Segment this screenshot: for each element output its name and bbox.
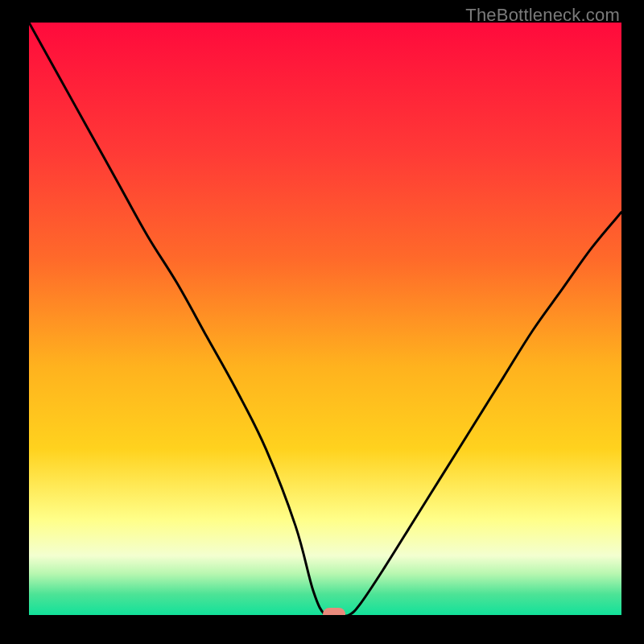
chart-frame: TheBottleneck.com	[0, 0, 644, 644]
svg-rect-1	[323, 608, 345, 615]
chart-svg	[29, 23, 621, 615]
svg-rect-0	[29, 23, 621, 615]
plot-area	[29, 23, 621, 615]
